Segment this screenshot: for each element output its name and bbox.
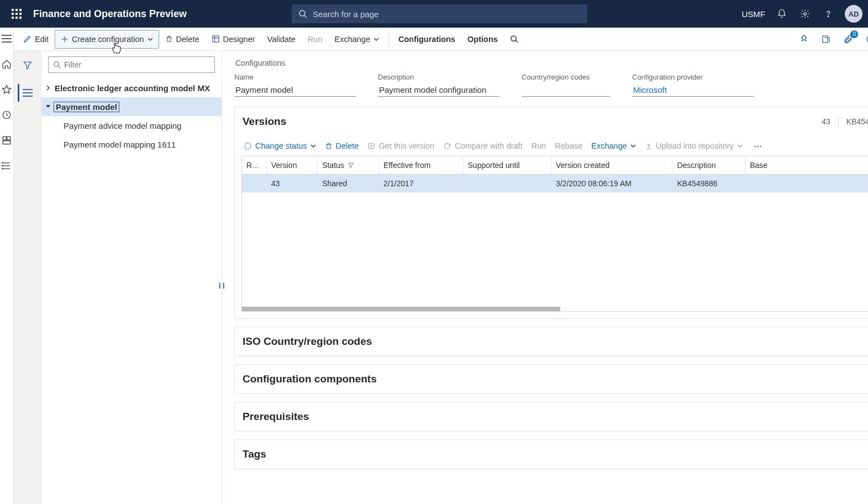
- versions-header[interactable]: Versions 43 KB4549886: [235, 107, 868, 136]
- designer-icon: [212, 35, 220, 43]
- search-icon: [510, 35, 518, 43]
- gear-icon[interactable]: [798, 7, 812, 20]
- col-status[interactable]: Status: [318, 156, 379, 175]
- designer-button[interactable]: Designer: [206, 30, 261, 49]
- configurations-tab[interactable]: Configurations: [392, 30, 461, 49]
- open-new-icon[interactable]: [819, 32, 833, 46]
- chevron-down-icon: [43, 104, 54, 109]
- version-exchange-button[interactable]: Exchange: [591, 141, 636, 150]
- section-title: Tags: [243, 448, 266, 460]
- versions-toolbar: Change status Delete Get this version: [241, 139, 868, 156]
- workspace-icon[interactable]: [0, 134, 13, 147]
- col-supported[interactable]: Supported until: [463, 156, 551, 175]
- col-created[interactable]: Version created: [551, 156, 672, 175]
- versions-section: Versions 43 KB4549886 Change stat: [234, 107, 868, 319]
- tags-section: Tags: [234, 439, 868, 469]
- cell-desc: KB4549886: [672, 175, 745, 193]
- global-search[interactable]: [292, 4, 587, 23]
- validate-button[interactable]: Validate: [261, 30, 302, 49]
- configurations-label: Configurations: [398, 35, 455, 44]
- tree-filter-input[interactable]: [64, 60, 210, 69]
- horizontal-scrollbar[interactable]: [242, 307, 560, 311]
- svg-rect-28: [212, 36, 218, 42]
- col-version[interactable]: Version: [266, 156, 317, 175]
- prereq-header[interactable]: Prerequisites: [235, 402, 868, 431]
- col-desc[interactable]: Description: [672, 156, 745, 175]
- edit-button[interactable]: Edit: [17, 30, 55, 49]
- pin-icon[interactable]: [797, 32, 811, 46]
- section-title: Configuration components: [243, 373, 377, 385]
- field-value[interactable]: [522, 83, 610, 97]
- svg-point-25: [2, 169, 3, 170]
- delete-label: Delete: [176, 35, 199, 44]
- designer-label: Designer: [223, 35, 255, 44]
- cell-effective: 2/1/2017: [379, 175, 463, 193]
- home-icon[interactable]: [0, 57, 13, 71]
- create-configuration-button[interactable]: Create configuration: [55, 30, 159, 49]
- app-header: Finance and Operations Preview USMF AD: [0, 0, 868, 28]
- tree-filter[interactable]: [48, 56, 215, 73]
- col-base[interactable]: Base: [745, 156, 868, 175]
- version-delete-button[interactable]: Delete: [325, 141, 359, 150]
- global-search-input[interactable]: [313, 9, 581, 19]
- svg-rect-4: [15, 13, 18, 15]
- chevron-down-icon: [737, 143, 743, 149]
- col-effective[interactable]: Effective from: [379, 156, 463, 175]
- options-tab[interactable]: Options: [461, 30, 504, 49]
- tags-header[interactable]: Tags: [235, 440, 868, 469]
- tree-node[interactable]: Payment advice model mapping: [41, 116, 222, 135]
- field-value[interactable]: Payment model configuration: [378, 83, 499, 97]
- attachments-icon[interactable]: 0: [841, 32, 855, 46]
- chevron-right-icon: [43, 85, 54, 91]
- chevron-down-icon: [311, 143, 316, 149]
- waffle-icon[interactable]: [6, 9, 28, 19]
- delete-button[interactable]: Delete: [159, 30, 206, 49]
- funnel-icon: [348, 162, 354, 169]
- star-icon[interactable]: [0, 83, 13, 96]
- svg-rect-2: [19, 9, 22, 11]
- change-status-button[interactable]: Change status: [244, 141, 316, 150]
- components-header[interactable]: Configuration components: [235, 365, 868, 393]
- status-icon: [244, 142, 252, 150]
- iso-header[interactable]: ISO Country/region codes: [235, 327, 868, 356]
- help-icon[interactable]: [822, 7, 835, 20]
- field-name: Name Payment model: [234, 73, 356, 97]
- svg-point-29: [511, 36, 516, 41]
- exchange-button[interactable]: Exchange: [328, 30, 385, 49]
- avatar[interactable]: AD: [845, 5, 862, 23]
- funnel-icon[interactable]: [19, 56, 36, 74]
- svg-point-39: [245, 143, 251, 149]
- bell-icon[interactable]: [775, 7, 788, 20]
- section-title: Versions: [243, 116, 286, 128]
- hamburger-icon[interactable]: [0, 32, 13, 45]
- svg-point-37: [54, 62, 59, 67]
- more-icon[interactable]: ⋯: [751, 141, 764, 150]
- svg-rect-18: [7, 136, 10, 140]
- tree-node[interactable]: Electronic ledger accounting model MX: [41, 78, 222, 97]
- col-r[interactable]: R...: [242, 156, 266, 175]
- search-icon: [53, 61, 61, 69]
- recent-icon[interactable]: [0, 108, 13, 122]
- tree-node-selected[interactable]: Payment model: [41, 97, 222, 116]
- tree-node[interactable]: Payment model mapping 1611: [41, 135, 222, 154]
- refresh-icon[interactable]: [863, 32, 868, 46]
- field-value-link[interactable]: Microsoft: [632, 83, 754, 97]
- versions-summary-version: 43: [822, 117, 830, 126]
- versions-grid[interactable]: R... Version Status Effective from Suppo…: [241, 156, 868, 312]
- cell-version: 43: [266, 175, 317, 193]
- svg-point-12: [828, 16, 829, 17]
- run-button: Run: [302, 30, 329, 49]
- list-view-icon[interactable]: [18, 84, 35, 102]
- section-title: Prerequisites: [243, 411, 309, 423]
- field-value[interactable]: Payment model: [234, 83, 356, 97]
- svg-line-30: [515, 40, 518, 43]
- modules-icon[interactable]: [0, 159, 13, 172]
- upload-icon: [645, 142, 653, 150]
- tree-panel: Electronic ledger accounting model MX Pa…: [41, 51, 222, 504]
- company-picker[interactable]: USMF: [742, 9, 766, 19]
- find-button[interactable]: [504, 30, 524, 49]
- table-row[interactable]: 43 Shared 2/1/2017 3/2/2020 08:06:19 AM …: [242, 175, 868, 193]
- field-country-region: Country/region codes: [522, 73, 610, 97]
- field-label: Name: [234, 73, 356, 81]
- pencil-icon: [23, 35, 31, 43]
